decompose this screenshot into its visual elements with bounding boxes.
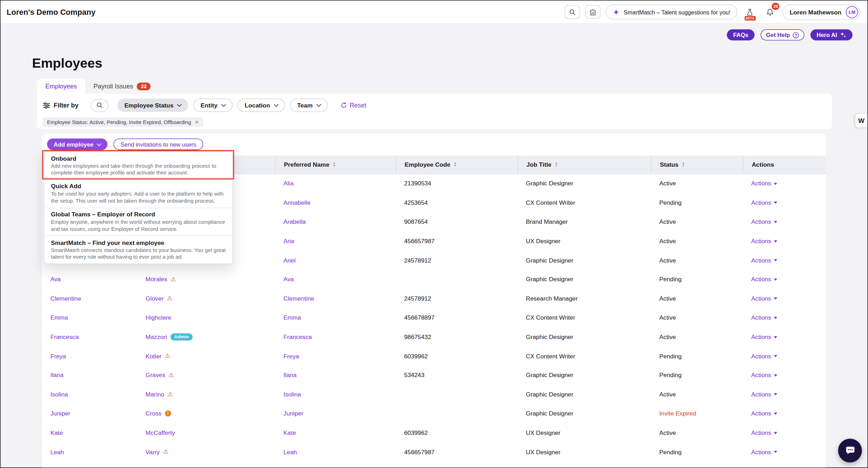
status-cell: Pending — [651, 353, 743, 359]
side-widget-tab[interactable]: W — [855, 113, 867, 128]
preferred-name-link[interactable]: Emma — [283, 314, 301, 321]
first-name-link[interactable]: Freya — [50, 353, 66, 359]
row-actions-button[interactable]: Actions — [751, 295, 777, 302]
organisation-button[interactable] — [585, 5, 601, 19]
preferred-name-link[interactable]: Ilana — [283, 372, 296, 378]
location-filter[interactable]: Location — [238, 99, 285, 112]
last-name-link[interactable]: Glover — [146, 295, 164, 302]
avatar: LM — [846, 6, 858, 18]
row-actions-button[interactable]: Actions — [751, 429, 777, 436]
last-name-link[interactable]: McCafferty — [146, 429, 175, 436]
sort-icon[interactable] — [454, 162, 457, 167]
last-name-link[interactable]: Kotler — [146, 353, 161, 359]
search-icon — [570, 8, 576, 15]
row-actions-button[interactable]: Actions — [751, 314, 777, 321]
employee-code-cell: 21390534 — [396, 180, 518, 187]
user-menu-button[interactable]: Loren Mathewson LM — [782, 4, 860, 20]
active-filter-chip-label: Employee Status: Active, Pending, Invite… — [47, 119, 191, 125]
row-actions-button[interactable]: Actions — [751, 391, 777, 398]
row-actions-button[interactable]: Actions — [751, 238, 777, 244]
tab-employees[interactable]: Employees — [37, 79, 85, 93]
first-name-link[interactable]: Clementine — [50, 295, 81, 302]
first-name-link[interactable]: Francesca — [50, 333, 79, 340]
menu-item-onboard[interactable]: Onboard Add new employees and take them … — [44, 152, 233, 180]
first-name-link[interactable]: Juniper — [50, 410, 70, 417]
first-name-link[interactable]: Isolina — [50, 391, 68, 398]
preferred-name-link[interactable]: Leah — [283, 448, 297, 455]
search-filter-button[interactable] — [91, 99, 108, 112]
preferred-name-link[interactable]: Ariel — [283, 257, 296, 264]
preferred-name-link[interactable]: Aria — [283, 238, 294, 244]
col-header-status[interactable]: Status — [651, 156, 743, 173]
add-employee-button[interactable]: Add employee — [47, 138, 107, 150]
smartmatch-button[interactable]: SmartMatch – Talent suggestions for you! — [606, 5, 738, 19]
preferred-name-link[interactable]: Kate — [283, 429, 296, 436]
employee-status-filter[interactable]: Employee Status — [117, 99, 189, 112]
tab-payroll-issues[interactable]: Payroll Issues 22 — [85, 79, 159, 93]
row-actions-button[interactable]: Actions — [751, 353, 777, 359]
menu-item-description: To be used for your early adopters. Add … — [51, 191, 226, 204]
preferred-name-link[interactable]: Juniper — [283, 410, 303, 417]
last-name-link[interactable]: Cross — [146, 410, 161, 417]
last-name-link[interactable]: Morales — [146, 276, 167, 283]
col-header-employee-code[interactable]: Employee Code — [396, 156, 518, 173]
table-row: Ilana Graves ⚠ Ilana 534243 Graphic Desi… — [42, 365, 826, 384]
row-actions-button[interactable]: Actions — [751, 372, 777, 378]
last-name-link[interactable]: Mazzori — [146, 333, 167, 340]
preferred-name-link[interactable]: Ava — [283, 276, 294, 283]
job-title-cell: UX Designer — [518, 238, 651, 244]
tab-payroll-issues-label: Payroll Issues — [93, 83, 133, 90]
faqs-button[interactable]: FAQs — [727, 29, 755, 40]
employee-code-cell: 456657987 — [396, 238, 518, 244]
preferred-name-link[interactable]: Arabella — [283, 218, 306, 225]
sort-icon[interactable] — [333, 162, 336, 167]
row-actions-button[interactable]: Actions — [751, 257, 777, 264]
chat-launcher-button[interactable] — [838, 439, 862, 463]
menu-item-global-teams[interactable]: Global Teams – Employer of Record Employ… — [44, 208, 233, 236]
team-filter[interactable]: Team — [290, 99, 328, 112]
sort-icon[interactable] — [682, 162, 685, 167]
menu-item-smartmatch[interactable]: SmartMatch – Find your next employee Sma… — [44, 236, 233, 264]
preferred-name-link[interactable]: Annabelle — [283, 199, 310, 206]
row-actions-button[interactable]: Actions — [751, 180, 777, 187]
remove-filter-button[interactable]: × — [195, 119, 198, 125]
job-title-cell: Graphic Designer — [518, 372, 651, 378]
preferred-name-link[interactable]: Francesca — [283, 333, 312, 340]
col-header-preferred-name[interactable]: Preferred Name — [275, 156, 396, 173]
info-icon: ! — [165, 410, 171, 416]
global-search-button[interactable] — [565, 5, 580, 19]
preferred-name-link[interactable]: Freya — [283, 353, 299, 359]
caret-down-icon — [774, 240, 777, 242]
send-invitations-button[interactable]: Send invitations to new users — [113, 138, 203, 150]
last-name-link[interactable]: Marino — [146, 391, 164, 398]
last-name-link[interactable]: Highclere — [146, 314, 171, 321]
preferred-name-link[interactable]: Clementine — [283, 295, 314, 302]
employee-code-cell: 9087654 — [396, 218, 518, 225]
first-name-link[interactable]: Ilana — [50, 372, 63, 378]
notifications-button[interactable]: 29 — [763, 5, 777, 19]
last-name-link[interactable]: Varry — [146, 448, 160, 455]
reset-filters-button[interactable]: Reset — [340, 102, 367, 109]
active-filter-chip: Employee Status: Active, Pending, Invite… — [43, 117, 203, 127]
smartmatch-label: SmartMatch – Talent suggestions for you! — [623, 8, 730, 15]
preferred-name-link[interactable]: Isolina — [283, 391, 301, 398]
first-name-link[interactable]: Emma — [50, 314, 68, 321]
row-actions-button[interactable]: Actions — [751, 448, 777, 455]
beta-feature-button[interactable]: BETA — [743, 5, 757, 19]
hero-ai-button[interactable]: Hero AI — [811, 29, 852, 40]
menu-item-quick-add[interactable]: Quick Add To be used for your early adop… — [44, 180, 233, 208]
first-name-link[interactable]: Leah — [50, 448, 64, 455]
first-name-link[interactable]: Kate — [50, 429, 63, 436]
first-name-link[interactable]: Ava — [50, 276, 61, 283]
last-name-link[interactable]: Graves — [146, 372, 165, 378]
get-help-button[interactable]: Get Help ? — [761, 29, 804, 40]
sort-icon[interactable] — [555, 162, 558, 167]
entity-filter[interactable]: Entity — [193, 99, 233, 112]
row-actions-button[interactable]: Actions — [751, 276, 777, 283]
row-actions-button[interactable]: Actions — [751, 333, 777, 340]
row-actions-button[interactable]: Actions — [751, 218, 777, 225]
row-actions-button[interactable]: Actions — [751, 410, 777, 417]
row-actions-button[interactable]: Actions — [751, 199, 777, 206]
col-header-job-title[interactable]: Job Title — [518, 156, 651, 173]
preferred-name-link[interactable]: Alia — [283, 180, 294, 187]
